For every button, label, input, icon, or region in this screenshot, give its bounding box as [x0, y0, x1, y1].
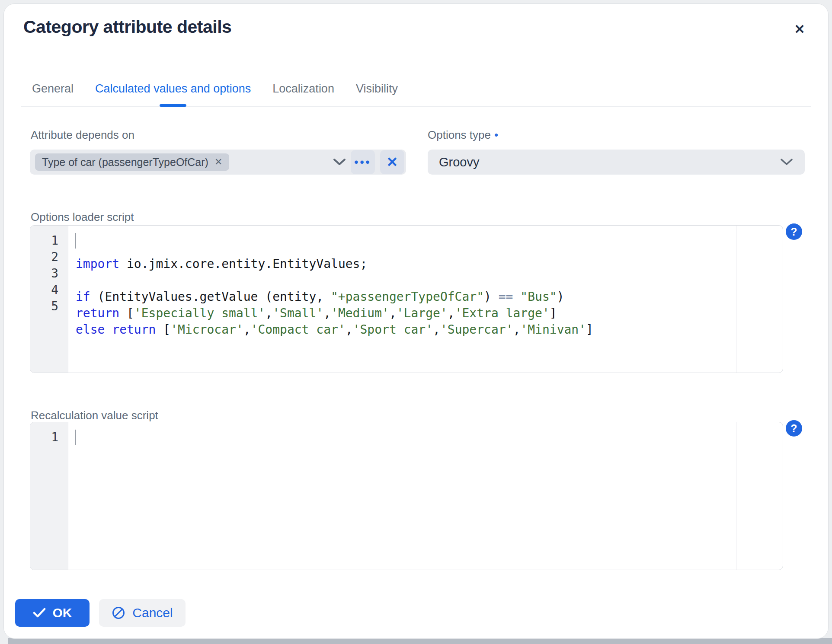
options-loader-script-label: Options loader script	[31, 210, 134, 224]
code-line: import io.jmix.core.entity.EntityValues;	[76, 256, 783, 272]
chevron-down-icon	[774, 150, 799, 175]
chip-label: Type of car (passengerTypeOfCar)	[42, 156, 208, 169]
code-line	[76, 453, 783, 469]
cancel-button-label: Cancel	[132, 606, 173, 620]
options-type-select[interactable]: Groovy	[428, 150, 805, 175]
tab-visibility[interactable]: Visibility	[345, 71, 409, 106]
clear-icon: ✕	[387, 154, 398, 170]
category-attribute-details-dialog: Category attribute details ✕ General Cal…	[3, 3, 829, 639]
help-icon[interactable]: ?	[786, 223, 802, 240]
page-title: Category attribute details	[23, 17, 231, 37]
tab-bar: General Calculated values and options Lo…	[21, 71, 811, 107]
text-cursor	[75, 233, 76, 249]
help-icon[interactable]: ?	[786, 420, 802, 437]
code-line: if (EntityValues.getValue (entity, "+pas…	[76, 289, 783, 305]
check-icon	[33, 608, 46, 618]
attribute-depends-on-label: Attribute depends on	[31, 128, 134, 142]
ok-button-label: OK	[53, 606, 72, 620]
code-area[interactable]	[69, 422, 783, 570]
background-window-edge	[8, 638, 832, 644]
chip-remove-icon[interactable]: ✕	[214, 156, 222, 168]
editor-scrollbar-track	[736, 226, 736, 373]
recalculation-value-script-editor[interactable]: 1	[30, 422, 783, 570]
recalculation-value-script-label: Recalculation value script	[31, 409, 158, 422]
options-type-value: Groovy	[439, 155, 479, 169]
line-number-gutter: 12345	[30, 226, 68, 373]
code-line: return ['Especially small','Small','Medi…	[76, 305, 783, 322]
options-loader-script-editor[interactable]: 12345 import io.jmix.core.entity.EntityV…	[30, 225, 783, 373]
ban-icon	[112, 606, 125, 620]
tab-localization[interactable]: Localization	[262, 71, 345, 106]
code-line: else return ['Microcar','Compact car','S…	[76, 322, 783, 338]
ok-button[interactable]: OK	[15, 599, 90, 627]
tab-visibility-label: Visibility	[356, 82, 398, 96]
tab-localization-label: Localization	[272, 82, 334, 96]
close-icon[interactable]: ✕	[790, 19, 809, 38]
selected-attribute-chip: Type of car (passengerTypeOfCar) ✕	[35, 153, 229, 171]
options-type-label: Options type	[428, 128, 491, 141]
chevron-down-icon[interactable]	[326, 150, 352, 175]
clear-attribute-button[interactable]: ✕	[380, 150, 404, 174]
attribute-lookup-button[interactable]: •••	[351, 150, 375, 174]
code-line	[76, 272, 783, 289]
editor-scrollbar-track	[736, 422, 736, 570]
code-area[interactable]: import io.jmix.core.entity.EntityValues;…	[69, 226, 783, 373]
tab-calculated-values-and-options[interactable]: Calculated values and options	[84, 71, 262, 106]
tab-calculated-label: Calculated values and options	[95, 82, 251, 96]
text-cursor	[75, 430, 76, 445]
required-indicator: •	[494, 128, 498, 141]
tab-general-label: General	[32, 82, 74, 96]
line-number-gutter: 1	[30, 422, 68, 570]
cancel-button[interactable]: Cancel	[99, 599, 186, 627]
attribute-depends-on-field[interactable]: Type of car (passengerTypeOfCar) ✕ ••• ✕	[30, 150, 406, 175]
tab-general[interactable]: General	[21, 71, 84, 106]
options-type-label-wrap: Options type•	[428, 128, 498, 142]
